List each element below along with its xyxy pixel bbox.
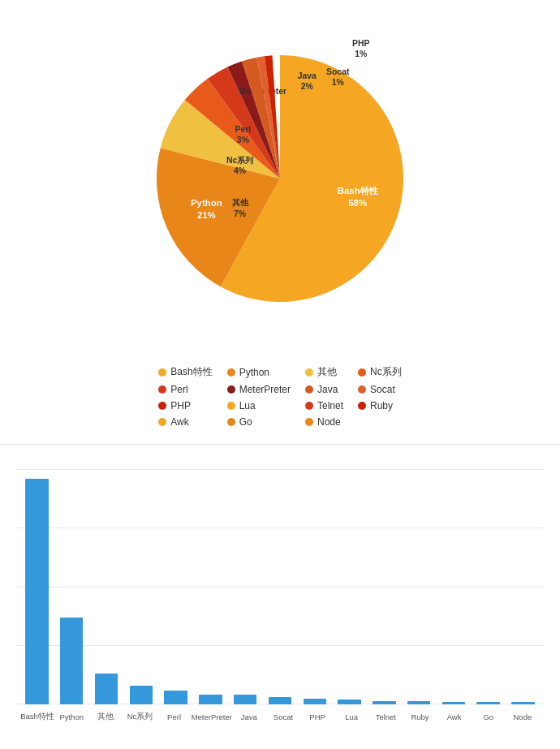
bar-chart-section: Bash特性Python其他Nc系列PerlMeterPreterJavaSoc…: [0, 461, 560, 737]
bar-label-text: Awk: [447, 712, 462, 721]
svg-text:Socat: Socat: [326, 67, 350, 76]
legend-color-dot: [227, 368, 235, 377]
bar-label-text: Java: [241, 712, 257, 721]
legend-label: Python: [239, 367, 269, 378]
pie-chart-section: Bash特性58%Python21%其他7%Nc系列4%Perl3%MeterP…: [0, 0, 560, 357]
bar-label-text: Perl: [167, 712, 181, 721]
bar-label-group: Go: [472, 712, 506, 721]
bar-label-group: Lua: [334, 712, 368, 721]
bar-group: [124, 469, 157, 704]
legend-item: 其他: [305, 365, 343, 379]
legend-label: Telnet: [317, 400, 343, 411]
bar: [130, 686, 153, 704]
legend-item: PHP: [158, 400, 212, 411]
legend-label: Java: [317, 384, 338, 395]
bar: [304, 699, 327, 704]
svg-text:2%: 2%: [301, 82, 313, 91]
bar-label-text: Python: [59, 712, 84, 721]
bar-label-group: Ruby: [403, 712, 437, 721]
legend-item: Lua: [227, 400, 291, 411]
bar-group: [229, 469, 262, 704]
bar: [234, 695, 257, 704]
legend-label: 其他: [317, 365, 337, 379]
svg-text:Python: Python: [191, 198, 222, 208]
bar-label-text: Ruby: [411, 712, 429, 721]
legend-label: Lua: [239, 400, 256, 411]
legend-item: Python: [227, 365, 291, 379]
pie-chart: Bash特性58%Python21%其他7%Nc系列4%Perl3%MeterP…: [126, 24, 434, 333]
svg-text:4%: 4%: [234, 166, 246, 175]
svg-text:7%: 7%: [234, 209, 246, 218]
svg-text:Bash特性: Bash特性: [338, 186, 379, 196]
bar-group: [90, 469, 123, 704]
bar: [269, 697, 292, 704]
legend-item: Awk: [158, 416, 212, 428]
legend-label: PHP: [170, 400, 191, 411]
bar: [199, 695, 222, 704]
svg-text:1%: 1%: [332, 78, 344, 87]
bar: [95, 674, 118, 704]
bar-group: [403, 469, 436, 704]
bar-group: [159, 469, 192, 704]
legend-color-dot: [158, 385, 166, 394]
bar-group: [264, 469, 297, 704]
legend-color-dot: [358, 385, 366, 394]
bar-label-group: Java: [232, 712, 266, 721]
legend-item: Telnet: [305, 400, 343, 411]
svg-text:3%: 3%: [237, 136, 249, 144]
svg-text:其他: 其他: [232, 198, 249, 207]
bars-area: [16, 469, 544, 704]
bar-label-group: 其他: [88, 712, 123, 722]
svg-text:Nc系列: Nc系列: [226, 156, 253, 165]
bar-label-text: Nc系列: [127, 712, 153, 722]
pie-legend: Bash特性Python其他Nc系列PerlMeterPreterJavaSoc…: [0, 365, 560, 428]
legend-item: Java: [305, 384, 343, 395]
legend-label: Ruby: [370, 400, 393, 411]
legend-color-dot: [227, 402, 235, 410]
legend-item: Ruby: [358, 400, 402, 411]
legend-item: Node: [305, 416, 343, 428]
legend-item: Nc系列: [358, 365, 402, 379]
bar-group: [55, 469, 88, 704]
legend-label: Socat: [370, 384, 395, 395]
legend-color-dot: [305, 402, 313, 410]
bar-label-text: Node: [513, 712, 532, 721]
bar-label-text: PHP: [309, 712, 325, 721]
legend-label: Perl: [170, 384, 187, 395]
legend-label: Node: [317, 416, 341, 428]
legend-item: MeterPreter: [227, 384, 291, 395]
svg-text:1%: 1%: [355, 50, 367, 58]
bar-chart-wrapper: Bash特性Python其他Nc系列PerlMeterPreterJavaSoc…: [16, 469, 544, 729]
legend-color-dot: [305, 418, 313, 426]
legend-color-dot: [305, 368, 313, 377]
bar-label-group: MeterPreter: [192, 712, 232, 721]
legend-color-dot: [227, 418, 235, 426]
svg-text:Java: Java: [298, 71, 317, 80]
legend-label: Bash特性: [170, 365, 212, 379]
svg-text:21%: 21%: [197, 210, 216, 220]
legend-color-dot: [158, 368, 166, 377]
legend-item: Perl: [158, 384, 212, 395]
bar-labels: Bash特性Python其他Nc系列PerlMeterPreterJavaSoc…: [16, 704, 544, 729]
bar: [60, 618, 84, 704]
legend-item: Bash特性: [158, 365, 212, 379]
legend-color-dot: [227, 385, 235, 394]
bar: [25, 479, 49, 704]
bar-group: [298, 469, 331, 704]
legend-color-dot: [305, 385, 313, 394]
legend-label: Awk: [170, 416, 188, 428]
bar-label-group: Bash特性: [20, 712, 54, 722]
bar-label-text: Lua: [345, 712, 358, 721]
svg-text:58%: 58%: [348, 198, 367, 208]
bar-label-text: Go: [483, 712, 493, 721]
legend-color-dot: [158, 402, 166, 410]
bar-label-text: Bash特性: [20, 712, 54, 722]
svg-text:Perl: Perl: [235, 125, 252, 134]
legend-item: Go: [227, 416, 291, 428]
legend-color-dot: [358, 368, 366, 377]
svg-text:PHP: PHP: [352, 39, 369, 48]
bar-group: [368, 469, 401, 704]
bar-group: [194, 469, 227, 704]
legend-label: Nc系列: [370, 365, 402, 379]
legend-label: Go: [239, 416, 252, 428]
